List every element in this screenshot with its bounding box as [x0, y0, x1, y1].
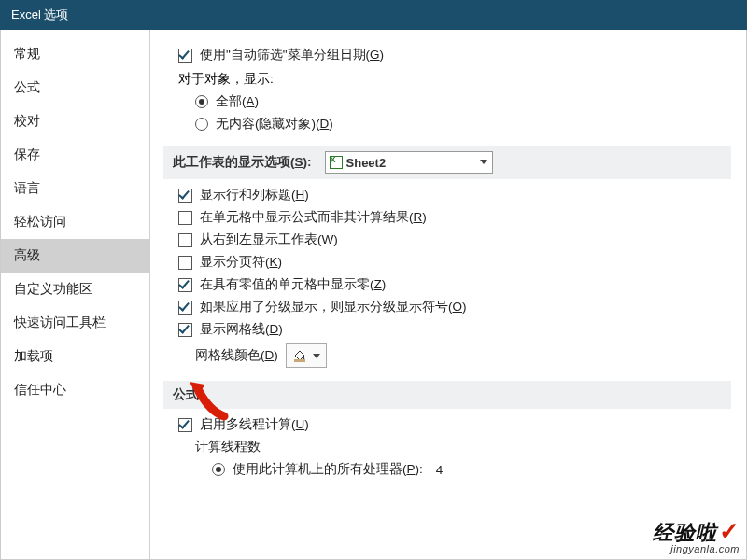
objects-label: 对于对象，显示: [178, 71, 731, 88]
section-formulas: 公式 [163, 381, 731, 409]
check-icon: ✓ [719, 517, 740, 545]
grid-color-button[interactable] [286, 343, 327, 368]
opt-label: 显示行和列标题(H) [200, 187, 309, 203]
chevron-down-icon [480, 160, 487, 164]
sidebar-item-general[interactable]: 常规 [1, 37, 149, 71]
opt-use-all-cpu[interactable]: 使用此计算机上的所有处理器(P): 4 [212, 461, 731, 478]
section-sheet-display: 此工作表的显示选项(S): Sheet2 [163, 146, 731, 179]
opt-row-col-headers[interactable]: 显示行和列标题(H) [178, 187, 731, 203]
opt-label: 全部(A) [216, 93, 259, 110]
paint-bucket-icon [292, 348, 307, 363]
opt-page-breaks[interactable]: 显示分页符(K) [178, 254, 731, 271]
sidebar-item-customize-ribbon[interactable]: 自定义功能区 [1, 273, 149, 306]
checkbox-icon[interactable] [178, 256, 192, 270]
opt-zero-values[interactable]: 在具有零值的单元格中显示零(Z) [178, 276, 731, 293]
sidebar-item-ease[interactable]: 轻松访问 [1, 205, 149, 239]
sheet-select[interactable]: Sheet2 [325, 151, 493, 174]
sidebar-item-language[interactable]: 语言 [1, 172, 149, 205]
watermark: 经验啦✓ jingyanla.com [653, 517, 740, 554]
thread-count-label: 计算线程数 [195, 439, 731, 455]
checkbox-icon[interactable] [178, 49, 192, 63]
content-pane: 使用"自动筛选"菜单分组日期(G) 对于对象，显示: 全部(A) 无内容(隐藏对… [150, 30, 746, 559]
opt-grid-color: 网格线颜色(D) [195, 343, 731, 368]
opt-autofilter-group[interactable]: 使用"自动筛选"菜单分组日期(G) [178, 47, 731, 63]
sidebar-item-addins[interactable]: 加载项 [1, 340, 149, 373]
opt-label: 从右到左显示工作表(W) [200, 231, 338, 248]
section-label: 公式 [173, 386, 199, 403]
opt-label: 启用多线程计算(U) [200, 416, 309, 433]
checkbox-icon[interactable] [178, 301, 192, 315]
opt-label: 在单元格中显示公式而非其计算结果(R) [200, 209, 427, 226]
sidebar-item-proofing[interactable]: 校对 [1, 105, 149, 138]
opt-label: 显示分页符(K) [200, 254, 282, 271]
opt-outline-symbols[interactable]: 如果应用了分级显示，则显示分级显示符号(O) [178, 299, 731, 315]
opt-label: 如果应用了分级显示，则显示分级显示符号(O) [200, 299, 467, 315]
opt-multithread[interactable]: 启用多线程计算(U) [178, 416, 731, 433]
opt-label: 显示网格线(D) [200, 321, 283, 338]
opt-rtl[interactable]: 从右到左显示工作表(W) [178, 231, 731, 248]
radio-icon[interactable] [212, 463, 225, 476]
opt-label: 使用"自动筛选"菜单分组日期(G) [200, 47, 384, 63]
opt-label: 无内容(隐藏对象)(D) [216, 116, 333, 133]
sidebar-item-advanced[interactable]: 高级 [1, 239, 149, 273]
checkbox-icon[interactable] [178, 189, 192, 203]
checkbox-icon[interactable] [178, 418, 192, 432]
opt-label: 计算线程数 [195, 439, 261, 455]
opt-objects-none[interactable]: 无内容(隐藏对象)(D) [195, 116, 731, 133]
opt-label: 使用此计算机上的所有处理器(P): [233, 461, 423, 478]
cpu-count: 4 [436, 463, 444, 477]
radio-icon[interactable] [195, 118, 208, 131]
opt-gridlines[interactable]: 显示网格线(D) [178, 321, 731, 338]
sidebar-item-qat[interactable]: 快速访问工具栏 [1, 306, 149, 340]
chevron-down-icon [313, 354, 320, 358]
opt-label: 在具有零值的单元格中显示零(Z) [200, 276, 386, 293]
checkbox-icon[interactable] [178, 278, 192, 292]
checkbox-icon[interactable] [178, 211, 192, 225]
opt-label: 网格线颜色(D) [195, 347, 278, 364]
sidebar-item-trust[interactable]: 信任中心 [1, 373, 149, 407]
checkbox-icon[interactable] [178, 323, 192, 337]
section-label: 此工作表的显示选项(S): [173, 154, 312, 171]
worksheet-icon [330, 156, 343, 169]
sheet-name: Sheet2 [346, 156, 387, 170]
opt-objects-all[interactable]: 全部(A) [195, 93, 731, 110]
checkbox-icon[interactable] [178, 233, 192, 247]
dialog-title: Excel 选项 [0, 0, 747, 30]
radio-icon[interactable] [195, 95, 208, 108]
sidebar: 常规 公式 校对 保存 语言 轻松访问 高级 自定义功能区 快速访问工具栏 加载… [1, 30, 150, 559]
color-swatch [294, 359, 305, 362]
dialog-body: 常规 公式 校对 保存 语言 轻松访问 高级 自定义功能区 快速访问工具栏 加载… [0, 30, 747, 560]
sidebar-item-save[interactable]: 保存 [1, 138, 149, 172]
opt-show-formulas[interactable]: 在单元格中显示公式而非其计算结果(R) [178, 209, 731, 226]
sidebar-item-formulas[interactable]: 公式 [1, 71, 149, 105]
